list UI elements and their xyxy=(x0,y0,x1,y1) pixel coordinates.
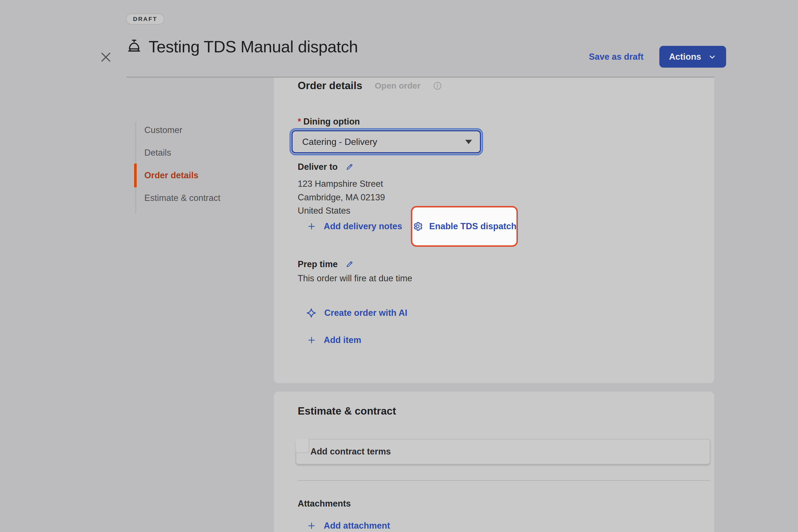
dining-option-value: Catering - Delivery xyxy=(302,137,377,147)
dining-option-select[interactable]: Catering - Delivery xyxy=(291,130,481,153)
sparkle-icon xyxy=(306,308,316,318)
attachments-heading: Attachments xyxy=(298,499,351,509)
catering-bell-icon xyxy=(126,38,142,55)
status-badge: DRAFT xyxy=(126,14,165,25)
add-item-button[interactable]: Add item xyxy=(307,335,361,345)
dining-option-label: *Dining option xyxy=(298,117,360,127)
sidebar-item-label: Details xyxy=(144,148,171,158)
required-asterisk: * xyxy=(298,117,301,127)
sidebar-item-label: Order details xyxy=(144,170,198,180)
address-line: 123 Hampshire Street xyxy=(298,177,385,191)
estimate-contract-card: Estimate & contract Add contract terms A… xyxy=(274,392,714,532)
order-details-heading: Order details xyxy=(298,80,362,92)
delivery-address: 123 Hampshire Street Cambridge, MA 02139… xyxy=(298,177,385,217)
actions-button-label: Actions xyxy=(669,52,701,62)
save-as-draft-button[interactable]: Save as draft xyxy=(589,52,644,62)
deliver-to-label: Deliver to xyxy=(298,162,338,172)
order-details-card: Order details Open order *Dining option … xyxy=(274,78,714,383)
add-attachment-button[interactable]: Add attachment xyxy=(307,521,390,531)
address-line: Cambridge, MA 02139 xyxy=(298,191,385,204)
add-contract-terms-row[interactable]: Add contract terms xyxy=(296,439,710,464)
sidebar-item-label: Customer xyxy=(144,125,182,135)
sidebar-item-estimate-contract[interactable]: Estimate & contract xyxy=(134,187,267,209)
enable-tds-dispatch-button[interactable]: Enable TDS dispatch xyxy=(412,221,516,232)
create-order-with-ai-button[interactable]: Create order with AI xyxy=(306,308,407,318)
prep-time-label: Prep time xyxy=(298,259,338,269)
plus-icon xyxy=(307,336,316,344)
sidebar-item-customer[interactable]: Customer xyxy=(134,119,267,141)
sidebar-item-label: Estimate & contract xyxy=(144,193,221,203)
section-nav: Customer Details Order details Estimate … xyxy=(134,119,267,209)
order-status-text: Open order xyxy=(375,81,420,91)
section-divider xyxy=(298,480,710,481)
plus-icon xyxy=(307,521,316,530)
estimate-contract-heading: Estimate & contract xyxy=(298,405,396,417)
header: DRAFT Testing TDS Manual dispatch xyxy=(126,14,358,56)
sidebar-item-order-details[interactable]: Order details xyxy=(134,164,267,187)
add-delivery-notes-button[interactable]: Add delivery notes xyxy=(307,221,402,231)
edit-prep-time-pencil-icon[interactable] xyxy=(345,260,354,268)
tds-dispatch-highlight-box: Enable TDS dispatch xyxy=(411,206,518,247)
close-button[interactable] xyxy=(100,51,112,63)
close-icon xyxy=(100,51,112,63)
plus-icon xyxy=(307,222,316,231)
gear-icon xyxy=(412,221,423,232)
actions-button[interactable]: Actions xyxy=(659,46,726,68)
edit-address-pencil-icon[interactable] xyxy=(345,163,354,171)
info-icon[interactable] xyxy=(433,81,442,90)
prep-time-description: This order will fire at due time xyxy=(298,273,412,284)
chevron-down-icon xyxy=(708,53,717,61)
contract-terms-corner-notch xyxy=(296,439,309,453)
page-title: Testing TDS Manual dispatch xyxy=(149,37,358,56)
caret-down-icon xyxy=(465,140,472,144)
address-line: United States xyxy=(298,204,385,217)
sidebar-item-details[interactable]: Details xyxy=(134,141,267,164)
